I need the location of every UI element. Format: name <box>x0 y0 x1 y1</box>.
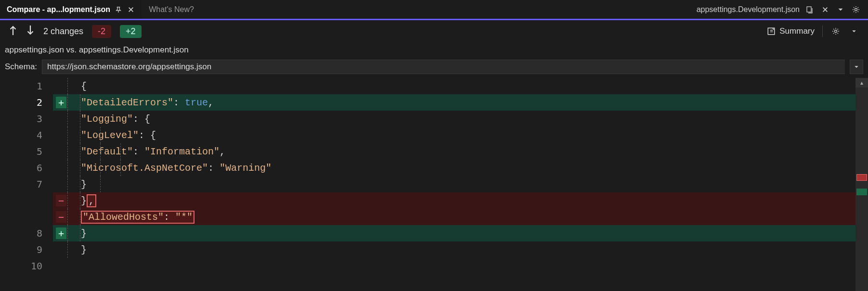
schema-input[interactable] <box>42 60 845 74</box>
plus-marker: + <box>56 228 66 239</box>
tab-compare[interactable]: Compare - ap...lopment.json <box>0 0 142 19</box>
close-icon[interactable] <box>820 4 830 15</box>
code-line[interactable]: "Default": "Information", <box>79 143 855 160</box>
summary-button[interactable]: Summary <box>767 26 815 36</box>
added-count-badge: +2 <box>120 25 142 38</box>
overview-mark-added[interactable] <box>856 189 867 195</box>
code-line-added[interactable]: "DetailedErrors": true, <box>79 94 855 111</box>
active-file-label: appsettings.Development.json <box>697 5 800 14</box>
code-line[interactable]: "Microsoft.AspNetCore": "Warning" <box>79 160 855 176</box>
tab-bar: Compare - ap...lopment.json What's New? … <box>0 0 868 20</box>
line-number: 8 <box>0 225 53 241</box>
promote-doc-icon[interactable] <box>804 4 815 15</box>
minus-marker: − <box>56 211 66 223</box>
line-number: 1 <box>0 78 53 94</box>
overview-ruler[interactable]: ▴ <box>855 78 868 291</box>
line-number <box>0 192 53 209</box>
code-line[interactable]: } <box>79 241 855 258</box>
diff-marker-column: + − − + <box>53 78 79 291</box>
next-change-button[interactable] <box>26 25 35 38</box>
line-number: 9 <box>0 241 53 258</box>
code-line[interactable]: { <box>79 78 855 94</box>
tab-label: What's New? <box>149 5 194 14</box>
line-number: 10 <box>0 258 53 274</box>
code-line-removed[interactable]: "AllowedHosts": "*" <box>79 209 855 225</box>
tab-whatsnew[interactable]: What's New? <box>142 0 201 19</box>
line-number <box>0 209 53 225</box>
svg-point-1 <box>855 8 857 11</box>
code-line-added[interactable]: } <box>79 225 855 241</box>
minus-marker: − <box>56 195 66 206</box>
overview-mark-removed[interactable] <box>856 174 867 181</box>
schema-dropdown-button[interactable] <box>850 60 863 74</box>
removed-count-badge: -2 <box>92 25 111 38</box>
pin-icon[interactable] <box>114 5 123 14</box>
schema-row: Schema: <box>0 58 868 78</box>
line-number: 6 <box>0 160 53 176</box>
scroll-up-icon[interactable]: ▴ <box>855 78 868 88</box>
tab-right-group: appsettings.Development.json <box>697 0 868 19</box>
compare-files-label: appsettings.json vs. appsettings.Develop… <box>0 42 868 58</box>
code-line[interactable]: "LogLevel": { <box>79 127 855 143</box>
schema-label: Schema: <box>5 62 37 72</box>
line-number: 5 <box>0 143 53 160</box>
tab-label: Compare - ap...lopment.json <box>7 5 110 14</box>
diff-editor: 1 2 3 4 5 6 7 8 9 10 + − − + { "Detailed… <box>0 78 868 291</box>
chevron-down-icon[interactable] <box>849 26 859 37</box>
diff-highlight: , <box>87 194 96 207</box>
svg-rect-0 <box>807 7 811 12</box>
gear-icon[interactable] <box>830 26 841 37</box>
code-line[interactable] <box>79 258 855 274</box>
code-line-removed[interactable]: }, <box>79 192 855 209</box>
diff-highlight: "AllowedHosts": "*" <box>81 211 194 224</box>
line-number: 2 <box>0 94 53 111</box>
line-number: 4 <box>0 127 53 143</box>
summary-label: Summary <box>779 26 815 36</box>
code-line[interactable]: } <box>79 176 855 192</box>
plus-marker: + <box>56 97 66 108</box>
chevron-down-icon[interactable] <box>835 4 846 15</box>
line-number: 3 <box>0 111 53 127</box>
code-line[interactable]: "Logging": { <box>79 111 855 127</box>
svg-point-3 <box>835 30 837 33</box>
code-area[interactable]: { "DetailedErrors": true, "Logging": { "… <box>79 78 855 291</box>
divider <box>822 25 823 37</box>
line-gutter: 1 2 3 4 5 6 7 8 9 10 <box>0 78 53 291</box>
diff-toolbar: 2 changes -2 +2 Summary <box>0 20 868 42</box>
line-number: 7 <box>0 176 53 192</box>
changes-count: 2 changes <box>43 26 83 37</box>
close-icon[interactable] <box>127 5 135 14</box>
gear-icon[interactable] <box>851 4 861 15</box>
prev-change-button[interactable] <box>9 25 17 38</box>
